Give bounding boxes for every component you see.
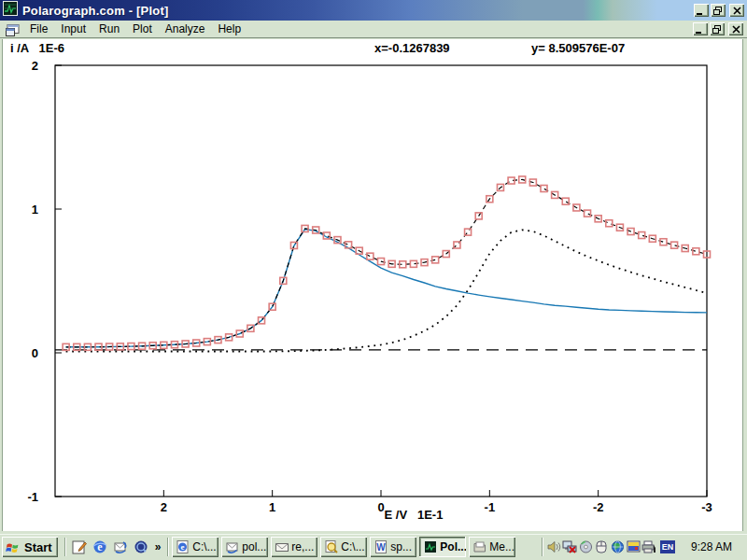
language-indicator[interactable]: EN <box>660 540 675 553</box>
task-button-re[interactable]: re,... <box>271 537 317 557</box>
minimize-button[interactable] <box>694 4 709 17</box>
close-button[interactable] <box>729 4 744 17</box>
menu-run[interactable]: Run <box>92 21 126 37</box>
y-axis-title: i /A 1E-6 <box>10 41 64 55</box>
menu-input[interactable]: Input <box>54 21 92 37</box>
mdi-restore-button[interactable] <box>710 22 725 35</box>
svg-text:e: e <box>181 542 185 552</box>
tray-separator <box>542 538 543 556</box>
menu-file[interactable]: File <box>23 21 54 37</box>
cd-drive-icon[interactable] <box>578 539 594 554</box>
app-icon[interactable] <box>3 1 18 20</box>
data-point-marker <box>671 242 678 248</box>
y-tick-label: 2 <box>32 59 38 73</box>
task-button-label: pol... <box>242 540 266 553</box>
y-tick-label: 1 <box>32 203 38 217</box>
task-button-label: C:\... <box>341 540 364 553</box>
plot-client-area: 210-1-2-3210-1 i /A 1E-6 x=-0.1267839 y=… <box>2 39 743 531</box>
outlook-express-icon[interactable] <box>112 539 129 555</box>
title-bar: Polarograph.com - [Plot] <box>0 0 747 21</box>
cursor-x-readout: x=-0.1267839 <box>374 41 450 55</box>
x-axis-title: E /V 1E-1 <box>334 508 493 522</box>
desktop-screen: Polarograph.com - [Plot] File Input Run … <box>0 0 747 560</box>
task-button-me[interactable]: Me... <box>469 537 515 557</box>
data-point-marker <box>660 239 667 245</box>
cursor-y-readout: y= 8.509576E-07 <box>531 41 625 55</box>
menu-plot[interactable]: Plot <box>126 21 159 37</box>
display-settings-icon[interactable] <box>626 539 641 554</box>
start-button[interactable]: Start <box>2 537 58 557</box>
folder-icon <box>473 540 486 553</box>
plot-frame <box>55 65 707 497</box>
taskbar: Start e » e C:\... pol... <box>0 534 747 560</box>
window-title: Polarograph.com - [Plot] <box>22 4 692 18</box>
data-point-marker <box>367 253 374 259</box>
volume-icon[interactable] <box>546 539 562 554</box>
system-tray: EN 9:28 AM <box>537 536 745 558</box>
outlook-express-icon <box>226 540 239 553</box>
network-disconnected-icon[interactable] <box>562 539 578 554</box>
x-tick-label: 1 <box>269 500 275 514</box>
task-button-pol[interactable]: pol... <box>221 537 268 557</box>
x-tick-label: 2 <box>161 500 167 514</box>
y-tick-label: -1 <box>27 490 38 504</box>
data-point-marker <box>693 248 699 255</box>
task-button-label: Me... <box>489 540 514 553</box>
mail-message-icon <box>275 540 289 553</box>
data-point-marker <box>562 198 569 204</box>
x-tick-label: -2 <box>593 500 604 514</box>
mouse-icon[interactable] <box>594 539 610 554</box>
ie-document-icon: e <box>176 540 190 553</box>
data-point-marker <box>606 220 613 227</box>
quicktime-icon[interactable] <box>133 539 149 555</box>
mdi-child-icon[interactable] <box>6 23 20 35</box>
task-button-label: C:\... <box>192 540 216 553</box>
word-document-icon: W <box>374 540 388 553</box>
task-button-polarograph-active[interactable]: Pol... <box>419 537 466 557</box>
plot-canvas[interactable]: 210-1-2-3210-1 <box>3 39 744 531</box>
y-tick-label: 0 <box>32 346 38 360</box>
data-point-marker <box>639 232 645 239</box>
svg-text:W: W <box>377 542 387 553</box>
search-document-icon <box>325 540 338 553</box>
mdi-close-button[interactable] <box>728 22 743 35</box>
task-button-label: Pol... <box>440 540 466 553</box>
task-button-label: re,... <box>291 540 314 553</box>
compose-message-icon[interactable] <box>71 539 88 555</box>
printer-icon[interactable] <box>641 539 657 554</box>
start-label: Start <box>24 540 52 554</box>
svg-text:e: e <box>97 540 103 553</box>
internet-explorer-icon[interactable]: e <box>92 539 108 555</box>
menu-analyze[interactable]: Analyze <box>159 21 212 37</box>
mdi-minimize-button[interactable] <box>693 22 708 35</box>
quick-launch-overflow-chevron[interactable]: » <box>153 540 163 553</box>
series-measured-data-with-total-fit <box>66 179 707 346</box>
windows-logo-icon <box>5 540 21 554</box>
polarograph-icon <box>424 540 437 553</box>
x-tick-label: -3 <box>701 500 712 514</box>
task-button-ie-document[interactable]: e C:\... <box>172 537 218 557</box>
task-button-word[interactable]: W sp... <box>370 537 416 557</box>
taskbar-separator <box>167 538 169 556</box>
menu-help[interactable]: Help <box>211 21 247 37</box>
series-component-1-peak <box>66 230 707 347</box>
series-component-2-peak <box>66 230 707 351</box>
menu-bar: File Input Run Plot Analyze Help <box>0 21 747 38</box>
quick-launch-bar: e » <box>69 539 165 555</box>
taskbar-clock[interactable]: 9:28 AM <box>678 540 740 553</box>
data-point-marker <box>585 210 591 217</box>
data-point-marker <box>541 185 547 191</box>
task-button-search[interactable]: C:\... <box>320 537 367 557</box>
taskbar-separator <box>64 538 66 556</box>
internet-globe-icon[interactable] <box>610 539 626 554</box>
task-button-label: sp... <box>390 540 412 553</box>
restore-button[interactable] <box>711 4 726 17</box>
